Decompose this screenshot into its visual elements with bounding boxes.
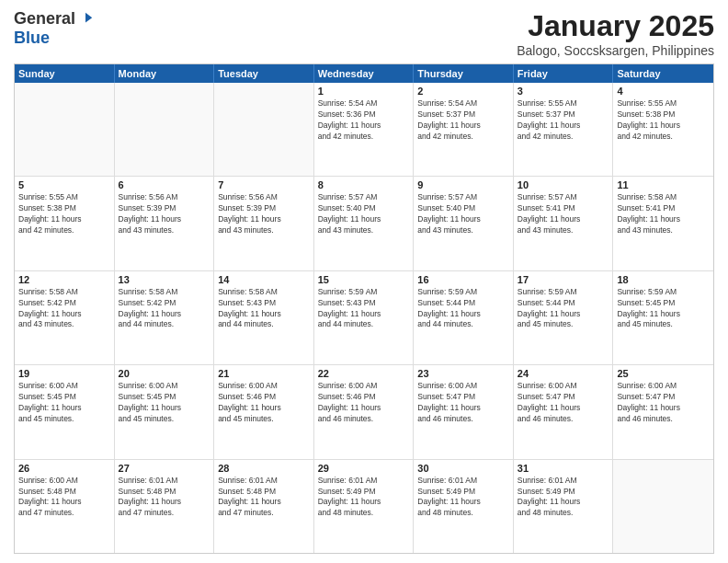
day-info: Sunrise: 5:56 AM Sunset: 5:39 PM Dayligh… [218, 192, 310, 236]
day-info: Sunrise: 5:54 AM Sunset: 5:37 PM Dayligh… [417, 98, 509, 143]
day-number: 2 [417, 86, 509, 97]
day-info: Sunrise: 6:00 AM Sunset: 5:46 PM Dayligh… [218, 381, 310, 425]
day-number: 24 [518, 368, 609, 379]
logo: General Blue [14, 9, 94, 48]
day-number: 21 [218, 368, 310, 379]
day-cell-15: 15Sunrise: 5:59 AM Sunset: 5:43 PM Dayli… [314, 271, 415, 364]
calendar-subtitle: Balogo, Soccsksargen, Philippines [517, 43, 714, 58]
day-cell-24: 24Sunrise: 6:00 AM Sunset: 5:47 PM Dayli… [514, 365, 614, 458]
header-day-saturday: Saturday [613, 64, 713, 83]
header-day-thursday: Thursday [414, 64, 514, 83]
day-info: Sunrise: 5:58 AM Sunset: 5:41 PM Dayligh… [617, 192, 710, 236]
day-info: Sunrise: 5:57 AM Sunset: 5:40 PM Dayligh… [417, 192, 509, 236]
day-number: 27 [119, 463, 210, 474]
day-cell-23: 23Sunrise: 6:00 AM Sunset: 5:47 PM Dayli… [414, 365, 514, 458]
day-number: 18 [617, 274, 710, 285]
day-number: 30 [417, 463, 509, 474]
day-number: 19 [18, 368, 110, 379]
day-cell-30: 30Sunrise: 6:01 AM Sunset: 5:49 PM Dayli… [414, 460, 514, 553]
logo-flag-icon [77, 11, 94, 28]
day-cell-2: 2Sunrise: 5:54 AM Sunset: 5:37 PM Daylig… [414, 83, 514, 176]
day-info: Sunrise: 5:59 AM Sunset: 5:45 PM Dayligh… [617, 287, 710, 331]
day-cell-5: 5Sunrise: 5:55 AM Sunset: 5:38 PM Daylig… [15, 177, 115, 270]
day-cell-22: 22Sunrise: 6:00 AM Sunset: 5:46 PM Dayli… [314, 365, 415, 458]
day-number: 13 [119, 274, 210, 285]
day-number: 5 [18, 179, 110, 190]
day-cell-25: 25Sunrise: 6:00 AM Sunset: 5:47 PM Dayli… [613, 365, 713, 458]
day-info: Sunrise: 5:57 AM Sunset: 5:40 PM Dayligh… [318, 192, 410, 236]
day-cell-10: 10Sunrise: 5:57 AM Sunset: 5:41 PM Dayli… [514, 177, 614, 270]
day-info: Sunrise: 6:00 AM Sunset: 5:45 PM Dayligh… [119, 381, 210, 425]
day-info: Sunrise: 5:55 AM Sunset: 5:37 PM Dayligh… [518, 98, 609, 143]
day-cell-28: 28Sunrise: 6:01 AM Sunset: 5:48 PM Dayli… [214, 460, 314, 553]
week-row-4: 19Sunrise: 6:00 AM Sunset: 5:45 PM Dayli… [15, 365, 713, 459]
day-info: Sunrise: 5:54 AM Sunset: 5:36 PM Dayligh… [318, 98, 410, 143]
day-cell-11: 11Sunrise: 5:58 AM Sunset: 5:41 PM Dayli… [613, 177, 713, 270]
day-number: 16 [417, 274, 509, 285]
day-cell-21: 21Sunrise: 6:00 AM Sunset: 5:46 PM Dayli… [214, 365, 314, 458]
day-info: Sunrise: 5:55 AM Sunset: 5:38 PM Dayligh… [18, 192, 110, 236]
day-number: 12 [18, 274, 110, 285]
day-cell-18: 18Sunrise: 5:59 AM Sunset: 5:45 PM Dayli… [613, 271, 713, 364]
day-info: Sunrise: 5:59 AM Sunset: 5:43 PM Dayligh… [318, 287, 410, 331]
empty-cell [613, 460, 713, 553]
day-cell-19: 19Sunrise: 6:00 AM Sunset: 5:45 PM Dayli… [15, 365, 115, 458]
day-cell-20: 20Sunrise: 6:00 AM Sunset: 5:45 PM Dayli… [115, 365, 215, 458]
day-number: 15 [318, 274, 410, 285]
day-cell-1: 1Sunrise: 5:54 AM Sunset: 5:36 PM Daylig… [314, 83, 415, 176]
week-row-1: 1Sunrise: 5:54 AM Sunset: 5:36 PM Daylig… [15, 83, 713, 177]
day-cell-3: 3Sunrise: 5:55 AM Sunset: 5:37 PM Daylig… [514, 83, 614, 176]
day-number: 11 [617, 179, 710, 190]
day-cell-17: 17Sunrise: 5:59 AM Sunset: 5:44 PM Dayli… [514, 271, 614, 364]
day-info: Sunrise: 6:00 AM Sunset: 5:47 PM Dayligh… [417, 381, 509, 425]
day-number: 8 [318, 179, 410, 190]
day-number: 6 [119, 179, 210, 190]
day-cell-9: 9Sunrise: 5:57 AM Sunset: 5:40 PM Daylig… [414, 177, 514, 270]
header-day-wednesday: Wednesday [314, 64, 415, 83]
day-info: Sunrise: 6:00 AM Sunset: 5:47 PM Dayligh… [617, 381, 710, 425]
week-row-3: 12Sunrise: 5:58 AM Sunset: 5:42 PM Dayli… [15, 271, 713, 365]
day-info: Sunrise: 6:01 AM Sunset: 5:49 PM Dayligh… [518, 476, 609, 520]
day-number: 26 [18, 463, 110, 474]
day-number: 28 [218, 463, 310, 474]
day-cell-27: 27Sunrise: 6:01 AM Sunset: 5:48 PM Dayli… [115, 460, 215, 553]
day-number: 9 [417, 179, 509, 190]
calendar-title: January 2025 [517, 9, 714, 43]
day-number: 14 [218, 274, 310, 285]
day-number: 31 [518, 463, 609, 474]
empty-cell [15, 83, 115, 176]
day-info: Sunrise: 5:55 AM Sunset: 5:38 PM Dayligh… [617, 98, 710, 143]
logo-text: General [14, 9, 94, 29]
day-info: Sunrise: 6:00 AM Sunset: 5:47 PM Dayligh… [518, 381, 609, 425]
day-number: 20 [119, 368, 210, 379]
day-cell-14: 14Sunrise: 5:58 AM Sunset: 5:43 PM Dayli… [214, 271, 314, 364]
day-cell-13: 13Sunrise: 5:58 AM Sunset: 5:42 PM Dayli… [115, 271, 215, 364]
week-row-2: 5Sunrise: 5:55 AM Sunset: 5:38 PM Daylig… [15, 177, 713, 270]
svg-marker-0 [85, 12, 92, 22]
day-info: Sunrise: 6:00 AM Sunset: 5:45 PM Dayligh… [18, 381, 110, 425]
day-info: Sunrise: 6:01 AM Sunset: 5:48 PM Dayligh… [119, 476, 210, 520]
day-cell-6: 6Sunrise: 5:56 AM Sunset: 5:39 PM Daylig… [115, 177, 215, 270]
day-cell-29: 29Sunrise: 6:01 AM Sunset: 5:49 PM Dayli… [314, 460, 415, 553]
page: General Blue January 2025 Balogo, Soccsk… [0, 0, 728, 563]
day-info: Sunrise: 6:01 AM Sunset: 5:49 PM Dayligh… [417, 476, 509, 520]
day-info: Sunrise: 5:58 AM Sunset: 5:42 PM Dayligh… [119, 287, 210, 331]
day-number: 3 [518, 86, 609, 97]
day-cell-12: 12Sunrise: 5:58 AM Sunset: 5:42 PM Dayli… [15, 271, 115, 364]
day-cell-8: 8Sunrise: 5:57 AM Sunset: 5:40 PM Daylig… [314, 177, 415, 270]
day-number: 22 [318, 368, 410, 379]
day-number: 17 [518, 274, 609, 285]
day-info: Sunrise: 6:00 AM Sunset: 5:48 PM Dayligh… [18, 476, 110, 520]
header: General Blue January 2025 Balogo, Soccsk… [14, 9, 714, 58]
day-info: Sunrise: 6:00 AM Sunset: 5:46 PM Dayligh… [318, 381, 410, 425]
day-number: 23 [417, 368, 509, 379]
day-info: Sunrise: 6:01 AM Sunset: 5:48 PM Dayligh… [218, 476, 310, 520]
day-number: 7 [218, 179, 310, 190]
day-number: 1 [318, 86, 410, 97]
header-day-monday: Monday [115, 64, 215, 83]
day-number: 4 [617, 86, 710, 97]
day-cell-7: 7Sunrise: 5:56 AM Sunset: 5:39 PM Daylig… [214, 177, 314, 270]
logo-blue: Blue [14, 29, 50, 47]
day-info: Sunrise: 5:59 AM Sunset: 5:44 PM Dayligh… [417, 287, 509, 331]
empty-cell [115, 83, 215, 176]
